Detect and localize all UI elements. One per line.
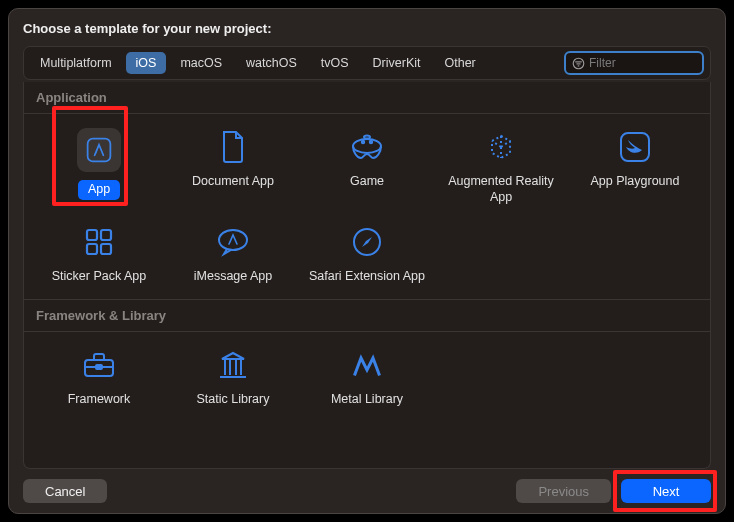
- template-label: App Playground: [591, 174, 680, 190]
- template-scroll-area[interactable]: Application App: [23, 82, 711, 469]
- swift-icon: [616, 128, 654, 166]
- template-label: iMessage App: [194, 269, 273, 285]
- tab-driverkit[interactable]: DriverKit: [363, 52, 431, 74]
- template-label: Framework: [68, 392, 131, 408]
- filter-field-wrap[interactable]: [564, 51, 704, 75]
- template-label: Document App: [192, 174, 274, 190]
- template-playground[interactable]: App Playground: [570, 128, 700, 205]
- template-static-library[interactable]: Static Library: [168, 346, 298, 408]
- template-label: Static Library: [197, 392, 270, 408]
- tab-other[interactable]: Other: [435, 52, 486, 74]
- metal-icon: [348, 346, 386, 384]
- template-label: Sticker Pack App: [52, 269, 147, 285]
- document-icon: [214, 128, 252, 166]
- template-imessage-app[interactable]: iMessage App: [168, 223, 298, 285]
- tab-tvos[interactable]: tvOS: [311, 52, 359, 74]
- template-label: Safari Extension App: [309, 269, 425, 285]
- next-button[interactable]: Next: [621, 479, 711, 503]
- section-header-framework: Framework & Library: [24, 299, 710, 332]
- template-label: App: [78, 180, 120, 200]
- template-safari-extension[interactable]: Safari Extension App: [302, 223, 432, 285]
- library-icon: [214, 346, 252, 384]
- template-framework[interactable]: Framework: [34, 346, 164, 408]
- svg-point-5: [353, 139, 381, 153]
- cancel-button[interactable]: Cancel: [23, 479, 107, 503]
- template-game[interactable]: Game: [302, 128, 432, 205]
- template-label: Augmented Reality App: [441, 174, 561, 205]
- ar-icon: [482, 128, 520, 166]
- svg-point-7: [370, 141, 372, 143]
- template-label: Metal Library: [331, 392, 403, 408]
- tab-watchos[interactable]: watchOS: [236, 52, 307, 74]
- toolbox-icon: [80, 346, 118, 384]
- previous-button[interactable]: Previous: [516, 479, 611, 503]
- template-label: Game: [350, 174, 384, 190]
- sticker-icon: [80, 223, 118, 261]
- application-grid: App Document App: [24, 114, 710, 299]
- template-document-app[interactable]: Document App: [168, 128, 298, 205]
- tab-multiplatform[interactable]: Multiplatform: [30, 52, 122, 74]
- safari-icon: [348, 223, 386, 261]
- sheet-title: Choose a template for your new project:: [23, 21, 711, 36]
- svg-point-8: [364, 136, 370, 139]
- tab-ios[interactable]: iOS: [126, 52, 167, 74]
- svg-rect-4: [88, 139, 111, 162]
- filter-icon: [572, 56, 585, 70]
- footer-buttons: Cancel Previous Next: [23, 479, 711, 503]
- tab-macos[interactable]: macOS: [170, 52, 232, 74]
- template-sticker-pack[interactable]: Sticker Pack App: [34, 223, 164, 285]
- game-icon: [348, 128, 386, 166]
- svg-rect-13: [101, 244, 111, 254]
- svg-rect-10: [87, 230, 97, 240]
- filter-input[interactable]: [589, 56, 734, 70]
- imessage-icon: [214, 223, 252, 261]
- template-app[interactable]: App: [34, 128, 164, 205]
- section-header-application: Application: [24, 82, 710, 114]
- template-ar-app[interactable]: Augmented Reality App: [436, 128, 566, 205]
- framework-grid: Framework Static Library: [24, 332, 710, 422]
- svg-rect-12: [87, 244, 97, 254]
- svg-rect-11: [101, 230, 111, 240]
- platform-tabbar: Multiplatform iOS macOS watchOS tvOS Dri…: [23, 46, 711, 80]
- template-metal-library[interactable]: Metal Library: [302, 346, 432, 408]
- app-icon: [77, 128, 121, 172]
- svg-point-6: [362, 141, 364, 143]
- template-chooser-sheet: Choose a template for your new project: …: [8, 8, 726, 514]
